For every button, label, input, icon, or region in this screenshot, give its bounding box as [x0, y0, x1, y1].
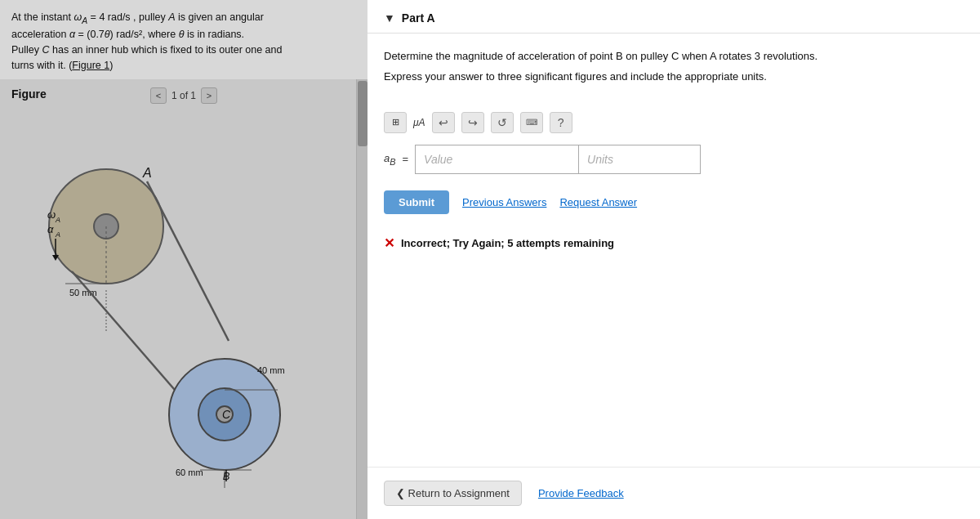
problem-text: At the instant ωA = 4 rad/s , pulley A i… — [0, 0, 368, 79]
answer-equals: = — [402, 153, 408, 165]
matrix-button[interactable]: ⊞ — [384, 112, 407, 133]
previous-answers-button[interactable]: Previous Answers — [462, 196, 546, 208]
answer-label: aB — [384, 152, 395, 167]
svg-text:A: A — [142, 166, 152, 180]
figure-label: Figure — [11, 87, 47, 101]
answer-units-input[interactable]: Units — [578, 145, 701, 174]
answer-row: aB = Value Units — [368, 140, 980, 186]
return-to-assignment-button[interactable]: ❮ Return to Assignment — [384, 481, 522, 506]
svg-text:α: α — [47, 223, 54, 235]
svg-text:A: A — [55, 216, 60, 224]
scrollbar[interactable] — [356, 79, 368, 519]
answer-value-input[interactable]: Value — [415, 145, 578, 174]
reset-button[interactable]: ↺ — [491, 112, 514, 133]
part-title: Part A — [402, 11, 435, 25]
redo-button[interactable]: ↪ — [461, 112, 484, 133]
pulley-diagram: A ω A α A 50 mm — [24, 112, 335, 519]
question-line1: Determine the magnitude of acceleration … — [384, 48, 964, 65]
page-indicator: 1 of 1 — [172, 90, 196, 101]
question-area: Determine the magnitude of acceleration … — [368, 34, 980, 97]
figure-area: Figure < 1 of 1 > A ω A α A — [0, 79, 368, 519]
bottom-row: ❮ Return to Assignment Provide Feedback — [368, 467, 980, 519]
help-button[interactable]: ? — [550, 112, 572, 133]
svg-text:A: A — [55, 230, 60, 239]
svg-text:60 mm: 60 mm — [176, 468, 203, 477]
problem-line1: At the instant ωA = 4 rad/s , pulley A i… — [11, 11, 282, 71]
value-placeholder: Value — [424, 153, 452, 166]
prev-button[interactable]: < — [150, 87, 167, 104]
mu-label: μΑ — [413, 117, 425, 128]
redo-icon: ↪ — [468, 116, 478, 129]
left-panel: At the instant ωA = 4 rad/s , pulley A i… — [0, 0, 368, 519]
nav-controls: < 1 of 1 > — [150, 87, 217, 104]
undo-icon: ↩ — [439, 116, 448, 129]
answer-toolbar: ⊞ μΑ ↩ ↪ ↺ ⌨ ? — [368, 105, 980, 140]
matrix-icon: ⊞ — [392, 117, 399, 128]
reset-icon: ↺ — [497, 116, 507, 129]
undo-button[interactable]: ↩ — [432, 112, 455, 133]
svg-text:ω: ω — [47, 208, 56, 221]
error-row: ✕ Incorrect; Try Again; 5 attempts remai… — [368, 229, 980, 257]
submit-row: Submit Previous Answers Request Answer — [368, 186, 980, 226]
question-line2: Express your answer to three significant… — [384, 69, 964, 86]
units-placeholder: Units — [587, 153, 613, 166]
help-icon: ? — [558, 116, 564, 129]
right-panel: ▼ Part A Determine the magnitude of acce… — [368, 0, 980, 519]
svg-text:C: C — [222, 408, 231, 421]
next-button[interactable]: > — [201, 87, 217, 104]
keyboard-icon: ⌨ — [526, 118, 537, 127]
error-icon: ✕ — [384, 235, 394, 251]
keyboard-button[interactable]: ⌨ — [520, 112, 543, 133]
request-answer-button[interactable]: Request Answer — [559, 196, 637, 208]
scroll-thumb[interactable] — [358, 81, 368, 146]
part-header: ▼ Part A — [368, 0, 980, 34]
svg-text:40 mm: 40 mm — [257, 365, 285, 375]
provide-feedback-link[interactable]: Provide Feedback — [538, 487, 624, 499]
pulley-svg: A ω A α A 50 mm — [24, 112, 318, 519]
submit-button[interactable]: Submit — [384, 190, 449, 214]
svg-line-13 — [147, 181, 229, 341]
part-collapse-arrow[interactable]: ▼ — [384, 11, 395, 25]
error-message: Incorrect; Try Again; 5 attempts remaini… — [401, 237, 614, 249]
